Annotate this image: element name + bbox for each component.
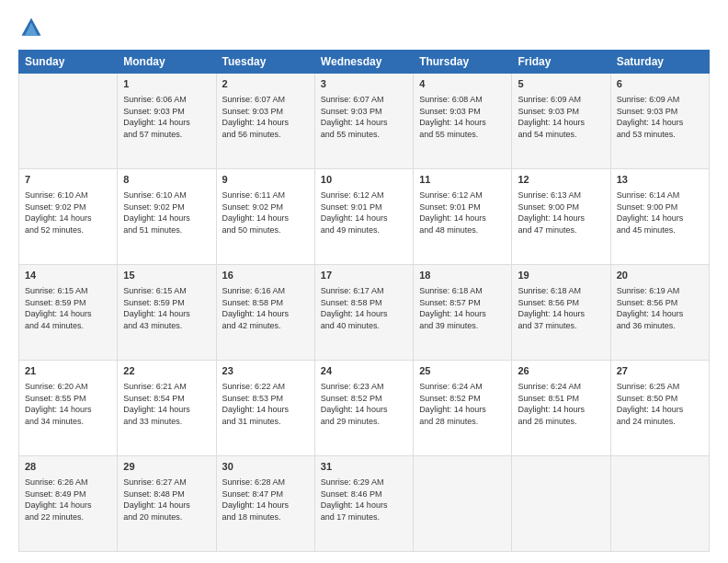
calendar-cell <box>414 456 512 552</box>
day-content: Sunrise: 6:24 AM Sunset: 8:52 PM Dayligh… <box>419 381 506 427</box>
day-content: Sunrise: 6:10 AM Sunset: 9:02 PM Dayligh… <box>25 190 111 236</box>
day-number: 14 <box>25 269 111 283</box>
calendar-cell: 7Sunrise: 6:10 AM Sunset: 9:02 PM Daylig… <box>19 169 118 265</box>
calendar-cell: 1Sunrise: 6:06 AM Sunset: 9:03 PM Daylig… <box>118 74 216 169</box>
day-number: 27 <box>617 364 703 379</box>
day-number: 23 <box>222 364 309 379</box>
calendar-cell: 5Sunrise: 6:09 AM Sunset: 9:03 PM Daylig… <box>512 74 610 169</box>
day-number: 16 <box>222 269 309 283</box>
week-row-4: 21Sunrise: 6:20 AM Sunset: 8:55 PM Dayli… <box>19 361 710 456</box>
day-content: Sunrise: 6:10 AM Sunset: 9:02 PM Dayligh… <box>123 190 210 236</box>
day-number: 25 <box>419 364 506 379</box>
header <box>18 15 710 40</box>
day-number: 13 <box>617 173 703 188</box>
day-content: Sunrise: 6:08 AM Sunset: 9:03 PM Dayligh… <box>419 94 506 140</box>
day-number: 11 <box>419 173 506 188</box>
calendar-cell: 16Sunrise: 6:16 AM Sunset: 8:58 PM Dayli… <box>216 265 314 361</box>
day-content: Sunrise: 6:15 AM Sunset: 8:59 PM Dayligh… <box>123 285 210 331</box>
day-content: Sunrise: 6:17 AM Sunset: 8:58 PM Dayligh… <box>321 285 407 331</box>
calendar-cell: 28Sunrise: 6:26 AM Sunset: 8:49 PM Dayli… <box>19 456 118 552</box>
calendar-cell: 24Sunrise: 6:23 AM Sunset: 8:52 PM Dayli… <box>314 361 413 456</box>
day-number: 24 <box>321 364 407 379</box>
day-content: Sunrise: 6:21 AM Sunset: 8:54 PM Dayligh… <box>123 381 210 427</box>
day-number: 17 <box>321 269 407 283</box>
day-number: 12 <box>518 173 604 188</box>
calendar-cell <box>512 456 610 552</box>
calendar-cell: 21Sunrise: 6:20 AM Sunset: 8:55 PM Dayli… <box>19 361 118 456</box>
day-content: Sunrise: 6:25 AM Sunset: 8:50 PM Dayligh… <box>617 381 703 427</box>
day-content: Sunrise: 6:28 AM Sunset: 8:47 PM Dayligh… <box>222 477 309 523</box>
calendar-cell: 20Sunrise: 6:19 AM Sunset: 8:56 PM Dayli… <box>610 265 709 361</box>
day-content: Sunrise: 6:26 AM Sunset: 8:49 PM Dayligh… <box>25 477 111 523</box>
page: SundayMondayTuesdayWednesdayThursdayFrid… <box>0 0 728 563</box>
header-cell-saturday: Saturday <box>610 51 709 74</box>
calendar-cell: 31Sunrise: 6:29 AM Sunset: 8:46 PM Dayli… <box>314 456 413 552</box>
calendar-cell: 22Sunrise: 6:21 AM Sunset: 8:54 PM Dayli… <box>118 361 216 456</box>
week-row-5: 28Sunrise: 6:26 AM Sunset: 8:49 PM Dayli… <box>19 456 710 552</box>
day-number: 10 <box>321 173 407 188</box>
day-number: 19 <box>518 269 604 283</box>
day-content: Sunrise: 6:22 AM Sunset: 8:53 PM Dayligh… <box>222 381 309 427</box>
day-number: 1 <box>123 77 210 92</box>
calendar-cell: 14Sunrise: 6:15 AM Sunset: 8:59 PM Dayli… <box>19 265 118 361</box>
week-row-2: 7Sunrise: 6:10 AM Sunset: 9:02 PM Daylig… <box>19 169 710 265</box>
calendar-cell: 12Sunrise: 6:13 AM Sunset: 9:00 PM Dayli… <box>512 169 610 265</box>
day-content: Sunrise: 6:09 AM Sunset: 9:03 PM Dayligh… <box>617 94 703 140</box>
day-number: 5 <box>518 77 604 92</box>
header-row: SundayMondayTuesdayWednesdayThursdayFrid… <box>19 51 710 74</box>
day-number: 21 <box>25 364 111 379</box>
day-content: Sunrise: 6:13 AM Sunset: 9:00 PM Dayligh… <box>518 190 604 236</box>
day-content: Sunrise: 6:27 AM Sunset: 8:48 PM Dayligh… <box>123 477 210 523</box>
day-content: Sunrise: 6:16 AM Sunset: 8:58 PM Dayligh… <box>222 285 309 331</box>
calendar-table: SundayMondayTuesdayWednesdayThursdayFrid… <box>18 50 710 552</box>
day-content: Sunrise: 6:24 AM Sunset: 8:51 PM Dayligh… <box>518 381 604 427</box>
week-row-1: 1Sunrise: 6:06 AM Sunset: 9:03 PM Daylig… <box>19 74 710 169</box>
day-content: Sunrise: 6:12 AM Sunset: 9:01 PM Dayligh… <box>321 190 407 236</box>
day-number: 9 <box>222 173 309 188</box>
calendar-cell <box>610 456 709 552</box>
calendar-cell: 25Sunrise: 6:24 AM Sunset: 8:52 PM Dayli… <box>414 361 512 456</box>
day-number: 4 <box>419 77 506 92</box>
day-content: Sunrise: 6:11 AM Sunset: 9:02 PM Dayligh… <box>222 190 309 236</box>
calendar-cell: 27Sunrise: 6:25 AM Sunset: 8:50 PM Dayli… <box>610 361 709 456</box>
day-number: 6 <box>617 77 703 92</box>
calendar-cell: 18Sunrise: 6:18 AM Sunset: 8:57 PM Dayli… <box>414 265 512 361</box>
day-content: Sunrise: 6:23 AM Sunset: 8:52 PM Dayligh… <box>321 381 407 427</box>
calendar-cell: 29Sunrise: 6:27 AM Sunset: 8:48 PM Dayli… <box>118 456 216 552</box>
day-number: 2 <box>222 77 309 92</box>
calendar-cell: 15Sunrise: 6:15 AM Sunset: 8:59 PM Dayli… <box>118 265 216 361</box>
day-number: 31 <box>321 460 407 475</box>
day-number: 29 <box>123 460 210 475</box>
header-cell-monday: Monday <box>118 51 216 74</box>
header-cell-tuesday: Tuesday <box>216 51 314 74</box>
calendar-cell: 10Sunrise: 6:12 AM Sunset: 9:01 PM Dayli… <box>314 169 413 265</box>
calendar-cell: 19Sunrise: 6:18 AM Sunset: 8:56 PM Dayli… <box>512 265 610 361</box>
day-number: 15 <box>123 269 210 283</box>
calendar-cell: 30Sunrise: 6:28 AM Sunset: 8:47 PM Dayli… <box>216 456 314 552</box>
day-content: Sunrise: 6:29 AM Sunset: 8:46 PM Dayligh… <box>321 477 407 523</box>
header-cell-friday: Friday <box>512 51 610 74</box>
header-cell-wednesday: Wednesday <box>314 51 413 74</box>
day-number: 7 <box>25 173 111 188</box>
day-number: 30 <box>222 460 309 475</box>
calendar-cell: 4Sunrise: 6:08 AM Sunset: 9:03 PM Daylig… <box>414 74 512 169</box>
day-content: Sunrise: 6:18 AM Sunset: 8:56 PM Dayligh… <box>518 285 604 331</box>
day-number: 26 <box>518 364 604 379</box>
calendar-cell <box>19 74 118 169</box>
calendar-cell: 23Sunrise: 6:22 AM Sunset: 8:53 PM Dayli… <box>216 361 314 456</box>
header-cell-thursday: Thursday <box>414 51 512 74</box>
calendar-cell: 13Sunrise: 6:14 AM Sunset: 9:00 PM Dayli… <box>610 169 709 265</box>
day-content: Sunrise: 6:12 AM Sunset: 9:01 PM Dayligh… <box>419 190 506 236</box>
day-number: 8 <box>123 173 210 188</box>
day-content: Sunrise: 6:07 AM Sunset: 9:03 PM Dayligh… <box>321 94 407 140</box>
calendar-cell: 6Sunrise: 6:09 AM Sunset: 9:03 PM Daylig… <box>610 74 709 169</box>
week-row-3: 14Sunrise: 6:15 AM Sunset: 8:59 PM Dayli… <box>19 265 710 361</box>
calendar-cell: 3Sunrise: 6:07 AM Sunset: 9:03 PM Daylig… <box>314 74 413 169</box>
calendar-cell: 8Sunrise: 6:10 AM Sunset: 9:02 PM Daylig… <box>118 169 216 265</box>
day-number: 22 <box>123 364 210 379</box>
day-content: Sunrise: 6:15 AM Sunset: 8:59 PM Dayligh… <box>25 285 111 331</box>
calendar-cell: 11Sunrise: 6:12 AM Sunset: 9:01 PM Dayli… <box>414 169 512 265</box>
calendar-body: 1Sunrise: 6:06 AM Sunset: 9:03 PM Daylig… <box>19 74 710 552</box>
calendar-header: SundayMondayTuesdayWednesdayThursdayFrid… <box>19 51 710 74</box>
day-number: 20 <box>617 269 703 283</box>
